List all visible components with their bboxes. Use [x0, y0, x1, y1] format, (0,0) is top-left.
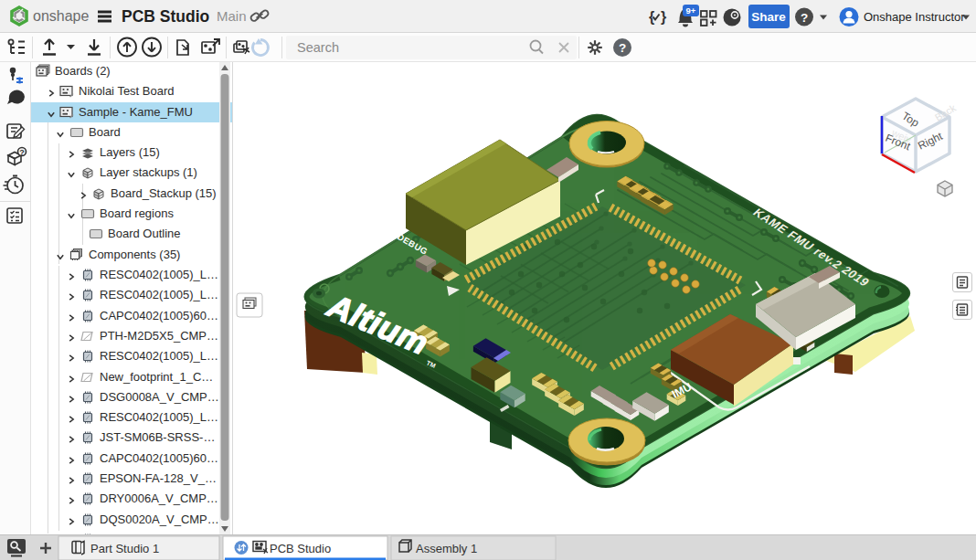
- svg-text:Onshape Instructor: Onshape Instructor: [864, 10, 965, 24]
- svg-text:onshape: onshape: [33, 8, 89, 24]
- svg-text:Part Studio 1: Part Studio 1: [90, 542, 159, 555]
- svg-text:Assembly 1: Assembly 1: [416, 542, 477, 555]
- svg-text:PCB Studio: PCB Studio: [122, 7, 209, 26]
- svg-text:?: ?: [19, 148, 25, 157]
- svg-text:Search: Search: [297, 40, 339, 55]
- svg-text:?: ?: [619, 41, 626, 55]
- svg-text:}: }: [661, 9, 666, 25]
- svg-text:9+: 9+: [686, 5, 696, 16]
- svg-text:?: ?: [801, 11, 808, 25]
- svg-text:Share: Share: [751, 10, 786, 24]
- svg-text:Main: Main: [217, 8, 247, 24]
- svg-text:PCB Studio: PCB Studio: [270, 542, 331, 555]
